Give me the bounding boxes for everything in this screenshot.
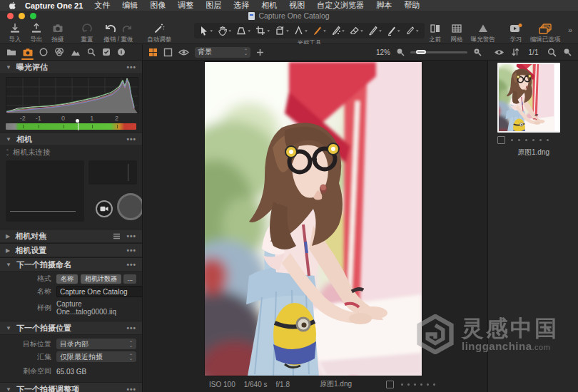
panel-next-capture-adjustments[interactable]: ▼ 下一个拍摄调整项 ••• [0,382,142,392]
menu-item[interactable]: 图层 [206,0,221,11]
photo-canvas[interactable] [205,62,422,376]
panel-next-capture-naming[interactable]: ▼ 下一个拍摄命名 ••• [0,257,142,272]
before-after-button[interactable]: 之前 [425,23,446,44]
viewer-toolbar: 背景 ⌃⌄ 12% [143,44,487,60]
reset-button[interactable]: 重置 [76,23,98,44]
pan-tool[interactable]: ▼ [216,26,234,36]
tab-details[interactable] [87,44,96,60]
import-button[interactable]: 导入 [4,23,26,44]
panel-camera-settings[interactable]: ▶ 相机设置 ••• [0,243,142,257]
iso-value: ISO 100 [209,381,235,388]
stacked-layers-icon [538,23,552,34]
menu-item[interactable]: 自定义浏览器 [317,0,364,11]
capture-button[interactable]: 拍摄 [47,23,69,44]
name-input[interactable] [56,286,143,297]
crop-tool[interactable]: ▼ [253,26,273,36]
zoom-in-icon[interactable] [473,48,482,56]
panel-menu-icon[interactable]: ••• [126,135,136,143]
tab-lens[interactable] [39,44,48,60]
format-token[interactable]: 名称 [56,274,78,284]
panel-menu-icon[interactable]: ••• [126,247,136,254]
panel-menu-icon[interactable]: ••• [126,63,136,71]
thumbnail-checkbox[interactable] [497,136,505,144]
grid-button[interactable]: 网格 [446,23,467,44]
redo-icon[interactable] [122,24,132,33]
format-more-button[interactable]: ... [123,274,136,284]
rotate-icon [275,26,285,36]
menu-item[interactable]: 文件 [94,0,110,11]
shutter-button[interactable] [117,193,143,220]
panel-menu-icon[interactable]: ••• [126,386,136,392]
video-record-button[interactable] [96,200,113,217]
panel-menu-icon[interactable]: ••• [126,261,136,269]
menu-item[interactable]: 选择 [233,0,249,11]
sample-label: 样例 [6,303,51,313]
search-icon[interactable] [547,48,557,57]
proof-eye-icon[interactable] [178,48,189,56]
straighten-tool[interactable]: ▼ [292,26,310,36]
tab-adjustments[interactable] [117,44,126,60]
rating-dots[interactable] [401,383,435,386]
background-select[interactable]: 背景 ⌃⌄ [195,47,250,58]
filter-loupe-icon[interactable] [563,48,572,56]
zoom-slider[interactable] [410,51,467,53]
add-view-icon[interactable] [256,48,264,56]
panel-camera-focus[interactable]: ▶ 相机对焦 ••• [0,229,142,243]
eraser-tool[interactable]: ▼ [348,26,366,36]
fill-mask-tool[interactable]: ▼ [385,26,403,36]
undo-icon[interactable] [105,24,116,33]
draw-mask-tool[interactable]: ▼ [403,26,422,36]
learn-button[interactable]: 学习 [505,23,527,44]
menu-item[interactable]: 帮助 [404,0,420,11]
browser-eye-icon[interactable] [494,48,505,56]
menu-item[interactable]: 相机 [261,0,277,11]
format-token[interactable]: 相机计数器 [81,274,121,284]
edit-selected-button[interactable]: 编辑已选项 [527,23,564,44]
exposure-marker[interactable] [78,123,79,130]
clone-tool[interactable]: ▼ [329,26,348,36]
exposure-gradient-bar[interactable] [6,123,136,130]
menu-item[interactable]: 编辑 [122,0,138,11]
menu-item[interactable]: 调整 [178,0,193,11]
tab-capture[interactable] [23,44,33,60]
panel-next-capture-location[interactable]: ▼ 下一个拍摄位置 ••• [0,321,142,335]
apple-icon[interactable] [9,1,16,10]
thumbnail-rating-dots[interactable] [511,139,549,141]
sort-icon[interactable] [511,48,519,56]
keystone-tool[interactable]: ▼ [234,26,253,36]
camera-status-select[interactable]: ⌃⌄ 相机未连接 [0,146,142,159]
app-name[interactable]: Capture One 21 [25,1,83,10]
auto-adjust-button[interactable]: 自动调整 [144,23,174,44]
zoom-slider-thumb[interactable] [416,50,426,54]
zoom-out-icon[interactable] [396,48,405,56]
collection-select[interactable]: 仅限最近拍摄 ⌃⌄ [56,351,136,362]
thumbnail-selected[interactable] [497,63,560,133]
tab-metadata[interactable] [102,44,111,60]
tab-library[interactable] [6,44,16,60]
multi-view-icon[interactable] [148,48,158,57]
selection-checkbox[interactable] [386,381,394,388]
document-title: Capture One Catalog [0,11,578,20]
hand-icon [218,26,227,36]
panel-menu-icon[interactable]: ••• [126,232,136,240]
menu-item[interactable]: 视图 [289,0,305,11]
pointer-tool[interactable]: ▼ [197,26,216,36]
active-tab-indicator [21,58,34,60]
export-button[interactable]: 导出 [26,23,47,44]
panel-camera[interactable]: ▼ 相机 ••• [0,132,142,146]
zoom-level[interactable]: 12% [376,48,390,56]
panel-menu-icon[interactable]: ••• [126,324,136,332]
exposure-warning-button[interactable]: 曝光警告 [467,23,499,44]
panel-exposure-eval[interactable]: ▼ 曝光评估 ••• [0,61,142,74]
tab-exposure[interactable] [71,44,81,60]
menu-item[interactable]: 脚本 [376,0,392,11]
tab-color[interactable] [54,44,64,60]
rotate-tool[interactable]: ▼ [273,26,292,36]
exposure-icon [71,48,81,56]
menu-item[interactable]: 图像 [150,0,166,11]
heal-tool[interactable]: ▼ [366,26,385,36]
single-view-icon[interactable] [163,48,173,57]
toolbar-overflow-chevron[interactable]: » [568,26,572,34]
destination-select[interactable]: 目录内部 ⌃⌄ [56,339,136,349]
brush-tool-selected[interactable]: ▼ [310,26,329,36]
